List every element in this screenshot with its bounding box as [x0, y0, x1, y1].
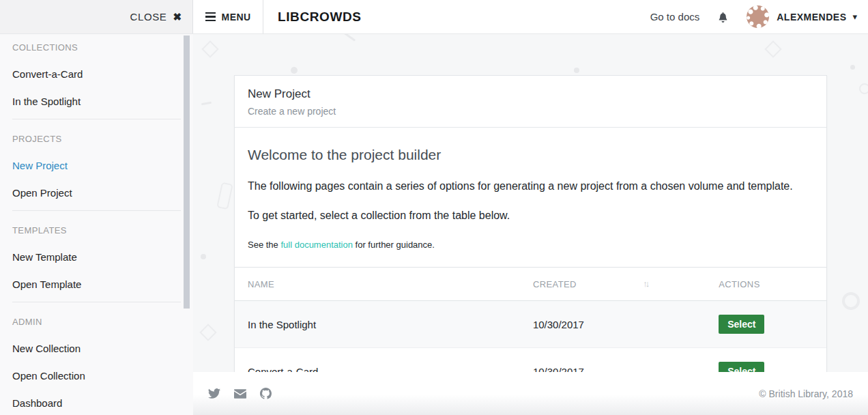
sidebar-section-projects: PROJECTS New Project Open Project	[12, 119, 181, 211]
bg-pill-shape	[216, 182, 233, 210]
select-button[interactable]: Select	[719, 315, 764, 334]
page-subtitle: Create a new project	[248, 106, 813, 117]
app-window: CLOSE ✖ MENU LIBCROWDS Go to docs ALEXME…	[0, 0, 868, 415]
sidebar-item-new-template[interactable]: New Template	[12, 251, 181, 263]
bg-circle-shape	[859, 83, 868, 94]
card-header: New Project Create a new project	[235, 76, 826, 128]
full-documentation-link[interactable]: full documentation	[280, 240, 353, 250]
welcome-heading: Welcome to the project builder	[248, 128, 813, 163]
hamburger-icon	[205, 12, 216, 22]
sidebar-scrollbar[interactable]	[184, 35, 190, 309]
cell-created: 10/30/2017	[520, 301, 706, 348]
menu-label: MENU	[222, 12, 251, 23]
collections-table: NAME CREATED↑↓ ACTIONS In the Spotlight …	[235, 267, 826, 372]
menu-button[interactable]: MENU	[193, 0, 263, 33]
main-content: New Project Create a new project Welcome…	[193, 34, 868, 372]
sidebar-heading-templates: TEMPLATES	[12, 225, 181, 235]
sidebar-item-dashboard[interactable]: Dashboard	[12, 397, 181, 409]
copyright-text: © British Library, 2018	[759, 388, 853, 399]
sidebar-item-in-the-spotlight[interactable]: In the Spotlight	[12, 96, 181, 107]
bg-line-shape	[201, 102, 212, 106]
sidebar-section-collections: COLLECTIONS Convert-a-Card In the Spotli…	[12, 34, 181, 119]
cell-name: Convert-a-Card	[235, 348, 520, 373]
bg-dot-shape	[201, 254, 206, 259]
bg-diamond-shape	[199, 324, 216, 341]
bg-circle-shape	[842, 292, 860, 310]
column-header-name: NAME	[235, 268, 520, 301]
sidebar: COLLECTIONS Convert-a-Card In the Spotli…	[0, 34, 193, 415]
bg-diamond-shape	[764, 40, 781, 57]
table-row: Convert-a-Card 10/30/2017 Select	[235, 348, 826, 373]
hint-suffix: for further guidance.	[353, 240, 435, 250]
bg-diamond-shape	[201, 40, 218, 57]
sidebar-heading-collections: COLLECTIONS	[12, 42, 181, 53]
twitter-icon[interactable]	[208, 388, 220, 399]
footer: © British Library, 2018	[193, 372, 868, 415]
bg-dot-shape	[574, 68, 579, 73]
hint-prefix: See the	[248, 240, 280, 250]
sidebar-item-new-project[interactable]: New Project	[12, 160, 181, 171]
username-label[interactable]: ALEXMENDES	[777, 12, 846, 23]
top-navbar: CLOSE ✖ MENU LIBCROWDS Go to docs ALEXME…	[0, 0, 868, 34]
chevron-down-icon[interactable]: ▾	[852, 12, 857, 21]
table-row: In the Spotlight 10/30/2017 Select	[235, 301, 826, 348]
created-label: CREATED	[533, 279, 577, 289]
sidebar-item-open-template[interactable]: Open Template	[12, 278, 181, 290]
user-avatar[interactable]	[747, 5, 769, 28]
instruction-paragraph: To get started, select a collection from…	[248, 210, 813, 222]
bg-dot-shape	[291, 67, 298, 74]
bg-dot-shape	[850, 65, 855, 70]
brand-logo[interactable]: LIBCROWDS	[278, 0, 362, 33]
intro-paragraph: The following pages contain a series of …	[248, 180, 813, 192]
sidebar-section-admin: ADMIN New Collection Open Collection Das…	[12, 302, 181, 415]
sidebar-heading-admin: ADMIN	[12, 317, 181, 327]
close-icon: ✖	[173, 12, 182, 22]
sidebar-heading-projects: PROJECTS	[12, 134, 181, 144]
cell-created: 10/30/2017	[520, 348, 706, 373]
documentation-hint: See the full documentation for further g…	[248, 240, 813, 250]
sidebar-item-open-collection[interactable]: Open Collection	[12, 370, 181, 382]
page-title: New Project	[248, 87, 813, 101]
sidebar-section-templates: TEMPLATES New Template Open Template	[12, 211, 181, 302]
sidebar-item-new-collection[interactable]: New Collection	[12, 343, 181, 354]
column-header-actions: ACTIONS	[706, 268, 826, 301]
notifications-bell-icon[interactable]	[717, 11, 729, 23]
sidebar-close-button[interactable]: CLOSE ✖	[0, 0, 193, 33]
select-button[interactable]: Select	[719, 362, 764, 372]
sort-icon[interactable]: ↑↓	[643, 278, 648, 289]
card-body: Welcome to the project builder The follo…	[235, 128, 826, 267]
sidebar-item-convert-a-card[interactable]: Convert-a-Card	[12, 68, 181, 80]
cell-name: In the Spotlight	[235, 301, 520, 348]
go-to-docs-link[interactable]: Go to docs	[650, 11, 700, 23]
header-right-group: Go to docs ALEXMENDES ▾	[650, 0, 868, 33]
table-header-row: NAME CREATED↑↓ ACTIONS	[235, 268, 826, 301]
sidebar-item-open-project[interactable]: Open Project	[12, 187, 181, 199]
new-project-card: New Project Create a new project Welcome…	[234, 75, 827, 372]
close-label: CLOSE	[130, 11, 167, 23]
bg-line-shape	[339, 34, 356, 42]
email-icon[interactable]	[234, 389, 246, 399]
github-icon[interactable]	[260, 388, 272, 399]
social-icons-group	[208, 388, 272, 399]
column-header-created[interactable]: CREATED↑↓	[520, 268, 706, 301]
